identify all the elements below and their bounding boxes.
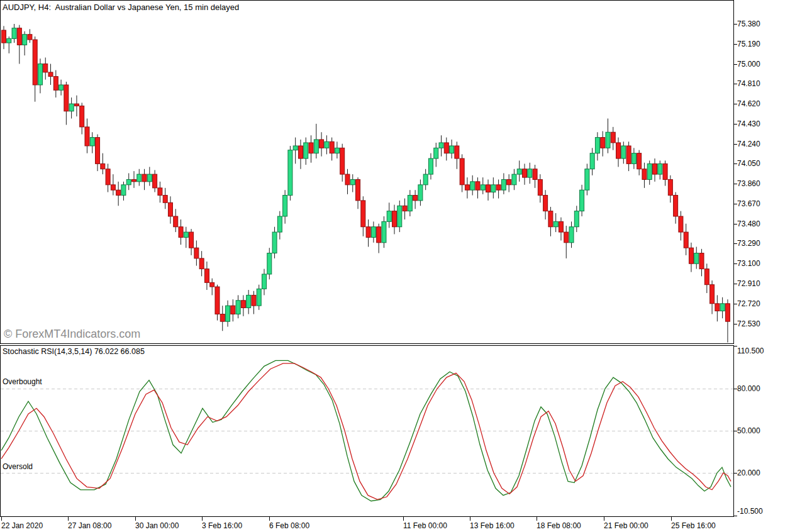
time-axis-label: 18 Feb 08:00 <box>537 521 581 530</box>
price-axis-label: 73.290 <box>737 239 760 248</box>
price-axis-label: 74.810 <box>737 79 760 88</box>
overbought-label: Overbought <box>3 377 42 386</box>
chart-title: AUDJPY, H4: Australian Dollar vs Japanes… <box>3 3 239 12</box>
oversold-label: Oversold <box>3 462 33 471</box>
price-axis-label: 72.910 <box>737 279 760 288</box>
price-axis[interactable] <box>733 0 790 517</box>
indicator-axis-label: -10.500 <box>737 507 763 516</box>
price-axis-label: 74.620 <box>737 99 760 108</box>
time-axis-label: 3 Feb 16:00 <box>202 521 242 530</box>
price-axis-label: 73.100 <box>737 259 760 268</box>
time-axis-label: 21 Feb 00:00 <box>604 521 648 530</box>
price-axis-label: 74.050 <box>737 159 760 168</box>
indicator-panel[interactable] <box>0 345 733 517</box>
indicator-axis-label: 20.000 <box>737 468 760 477</box>
time-axis-label: 30 Jan 00:00 <box>135 521 179 530</box>
price-axis-label: 75.380 <box>737 19 760 28</box>
time-axis-label: 25 Feb 16:00 <box>671 521 716 530</box>
time-axis-label: 27 Jan 08:00 <box>68 521 111 530</box>
price-axis-label: 72.530 <box>737 319 760 328</box>
price-axis-label: 75.190 <box>737 40 760 48</box>
main-chart-panel[interactable] <box>0 0 733 344</box>
watermark: © ForexMT4Indicators.com <box>4 328 140 341</box>
indicator-title: Stochastic RSI(14,3,5,14) 76.022 66.085 <box>3 347 145 356</box>
price-axis-label: 73.480 <box>737 219 760 228</box>
mt4-chart-window: AUDJPY, H4: Australian Dollar vs Japanes… <box>0 0 790 532</box>
indicator-axis-label: 50.000 <box>737 426 760 435</box>
indicator-axis-label: 110.500 <box>737 346 764 355</box>
time-axis-label: 6 Feb 08:00 <box>269 521 309 530</box>
time-axis-label: 13 Feb 16:00 <box>470 521 515 530</box>
indicator-axis-label: 80.000 <box>737 384 760 393</box>
price-axis-label: 73.860 <box>737 179 760 188</box>
price-axis-label: 73.670 <box>737 199 760 208</box>
time-axis-label: 22 Jan 2020 <box>1 521 43 530</box>
time-axis-label: 11 Feb 00:00 <box>403 521 447 530</box>
price-axis-label: 75.000 <box>737 60 760 69</box>
price-axis-label: 74.430 <box>737 119 760 128</box>
price-axis-label: 72.720 <box>737 299 760 308</box>
price-axis-label: 74.240 <box>737 140 760 148</box>
